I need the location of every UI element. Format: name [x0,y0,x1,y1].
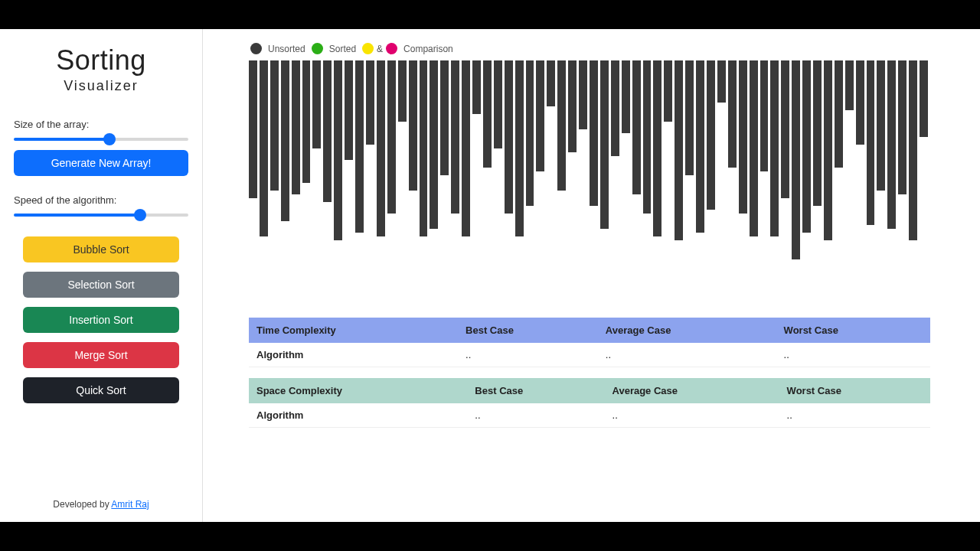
visualization-bar [845,60,854,110]
visualization-bar [398,60,407,122]
legend-amp: & [377,44,383,54]
visualization-bar [600,60,609,229]
table-row: Algorithm .. .. .. [249,343,930,367]
sorting-visualization [249,60,930,275]
visualization-bar [802,60,811,233]
visualization-bar [312,60,321,148]
visualization-bar [611,60,619,156]
visualization-bar [355,60,364,233]
visualization-bar [835,60,843,168]
legend-unsorted-dot [250,43,262,54]
generate-array-button[interactable]: Generate New Array! [14,150,188,176]
legend-comparison-dot-b [386,43,397,54]
visualization-bar [515,60,524,236]
visualization-bar [770,60,779,236]
visualization-bar [653,60,662,236]
sidebar: Sorting Visualizer Size of the array: Ge… [0,29,203,522]
complexity-tables: Time Complexity Best Case Average Case W… [249,318,930,428]
time-header-best: Best Case [458,318,598,343]
visualization-bar [260,60,268,236]
space-worst-cell: .. [779,403,930,428]
quick-sort-button[interactable]: Quick Sort [23,377,179,403]
visualization-bar [334,60,342,240]
visualization-bar [526,60,534,206]
visualization-bar [750,60,758,236]
algorithm-speed-slider[interactable] [14,214,188,217]
visualization-bar [728,60,737,168]
visualization-bar [887,60,896,229]
merge-sort-button[interactable]: Merge Sort [23,342,179,368]
visualization-bar [249,60,257,198]
visualization-bar [292,60,300,194]
app-subtitle: Visualizer [14,78,188,94]
credit-author-link[interactable]: Amrit Raj [111,499,149,510]
time-header-worst: Worst Case [776,318,930,343]
visualization-bar [377,60,385,236]
visualization-bar [323,60,332,202]
visualization-bar [568,60,577,152]
visualization-bar [867,60,875,225]
visualization-bar [494,60,502,148]
visualization-bar [760,60,769,171]
space-row-label: Algorithm [249,403,467,428]
insertion-sort-button[interactable]: Insertion Sort [23,307,179,333]
space-header-best: Best Case [467,378,604,403]
visualization-bar [557,60,566,191]
visualization-bar [547,60,555,106]
time-worst-cell: .. [776,343,930,367]
visualization-bar [420,60,428,236]
algorithm-buttons: Bubble Sort Selection Sort Insertion Sor… [14,230,188,414]
selection-sort-button[interactable]: Selection Sort [23,272,179,298]
table-row: Algorithm .. .. .. [249,403,930,428]
space-complexity-table: Space Complexity Best Case Average Case … [249,378,930,428]
visualization-bar [440,60,449,175]
visualization-bar [302,60,311,183]
visualization-bar [409,60,417,191]
space-best-cell: .. [467,403,604,428]
size-label: Size of the array: [14,119,188,130]
visualization-bar [920,60,928,137]
visualization-bar [387,60,396,214]
letterbox-bottom [0,522,980,551]
time-row-label: Algorithm [249,343,458,367]
visualization-bar [856,60,864,145]
visualization-bar [877,60,885,191]
speed-label: Speed of the algorithm: [14,194,188,206]
visualization-bar [281,60,289,221]
visualization-bar [270,60,279,191]
legend-sorted-dot [312,43,323,54]
table-header-row: Space Complexity Best Case Average Case … [249,378,930,403]
visualization-bar [739,60,747,214]
space-complexity-title: Space Complexity [249,378,467,403]
legend-comparison-dot-a [362,43,374,54]
visualization-bar [898,60,906,194]
visualization-bar [632,60,641,194]
visualization-bar [685,60,694,175]
legend-unsorted-label: Unsorted [268,44,305,54]
array-size-slider[interactable] [14,138,188,141]
visualization-bar [366,60,374,145]
visualization-bar [696,60,704,233]
visualization-bar [483,60,492,168]
visualization-bar [792,60,800,259]
visualization-bar [675,60,683,240]
app-container: Sorting Visualizer Size of the array: Ge… [0,29,980,522]
credit-line: Developed by Amrit Raj [14,499,188,514]
letterbox-top [0,0,980,29]
bubble-sort-button[interactable]: Bubble Sort [23,236,179,262]
visualization-bar [813,60,822,206]
visualization-bar [781,60,789,198]
table-header-row: Time Complexity Best Case Average Case W… [249,318,930,343]
visualization-bar [824,60,832,240]
space-avg-cell: .. [605,403,779,428]
visualization-bar [451,60,459,214]
space-header-avg: Average Case [605,378,779,403]
legend-sorted-label: Sorted [329,44,356,54]
visualization-bar [643,60,652,214]
time-best-cell: .. [458,343,598,367]
visualization-bar [345,60,353,160]
visualization-bar [717,60,726,103]
visualization-bar [430,60,438,229]
visualization-bar [590,60,598,206]
visualization-bar [505,60,513,214]
